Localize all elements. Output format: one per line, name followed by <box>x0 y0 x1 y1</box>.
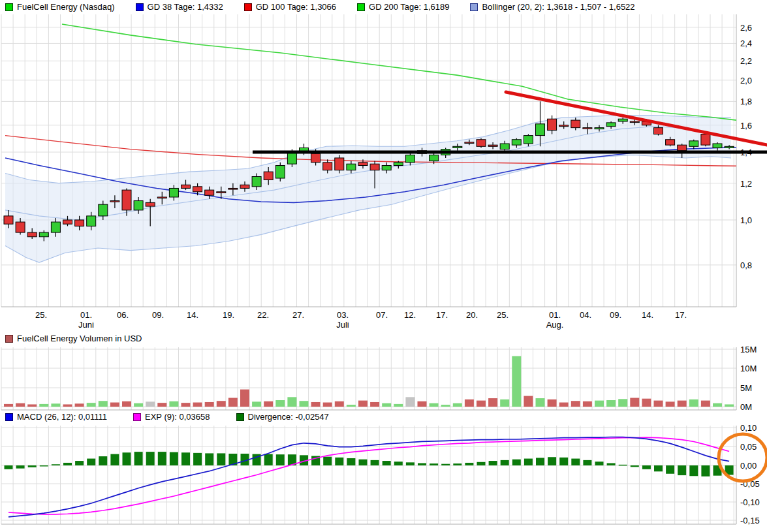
volume-bar <box>335 401 344 407</box>
svg-text:-0,10: -0,10 <box>740 497 760 507</box>
divergence-bar <box>548 457 556 465</box>
svg-text:01.: 01. <box>80 310 92 320</box>
legend-item-fuelcell: FuelCell Energy (Nasdaq) <box>5 2 115 12</box>
candle <box>252 177 261 187</box>
candle <box>595 128 604 129</box>
svg-text:2,2: 2,2 <box>740 56 752 66</box>
svg-text:1,8: 1,8 <box>740 97 752 106</box>
divergence-bar <box>406 462 415 465</box>
candle <box>181 185 191 188</box>
candle <box>335 158 344 170</box>
volume-bar <box>500 399 509 407</box>
volume-bar <box>264 401 273 407</box>
volume-bar <box>63 404 72 407</box>
svg-text:-0,15: -0,15 <box>740 516 760 525</box>
legend-label: MACD (26, 12): 0,01111 <box>17 412 107 422</box>
divergence-bar <box>571 459 580 465</box>
orange-highlight-ellipse <box>719 434 767 481</box>
volume-bar <box>323 403 332 407</box>
volume-bar <box>4 404 13 407</box>
candle <box>134 201 143 210</box>
exp-line <box>8 437 729 514</box>
candle <box>606 123 616 127</box>
candle <box>63 220 72 224</box>
volume-bar <box>87 403 96 407</box>
volume-bar <box>217 401 226 407</box>
divergence-bar <box>359 460 368 465</box>
volume-bar <box>181 403 191 407</box>
volume-bar <box>75 403 84 407</box>
divergence-bar <box>28 465 37 467</box>
divergence-bar <box>418 463 426 465</box>
svg-text:25.: 25. <box>35 310 47 320</box>
svg-text:12.: 12. <box>404 310 416 320</box>
candle <box>75 220 84 226</box>
divergence-bar <box>217 453 225 465</box>
svg-text:27.: 27. <box>292 310 304 320</box>
volume-bar <box>16 403 25 407</box>
volume-bar <box>559 403 569 407</box>
svg-text:0,00: 0,00 <box>740 461 757 471</box>
legend-label: FuelCell Energy Volumen in USD <box>17 334 142 343</box>
candle <box>512 140 521 145</box>
candle <box>110 201 119 202</box>
candle <box>678 145 687 151</box>
volume-bar <box>571 401 580 407</box>
volume-bar <box>477 401 486 407</box>
volume-bar <box>701 401 710 407</box>
divergence-bar <box>276 454 285 465</box>
legend-item-macd: MACD (26, 12): 0,01111 <box>5 412 107 422</box>
volume-bar <box>430 403 439 407</box>
svg-text:1,2: 1,2 <box>740 179 752 189</box>
candle <box>500 144 509 149</box>
candle <box>689 141 698 146</box>
stock-chart-canvas: 2,62,42,22,01,81,61,41,21,00,825.01.Juni… <box>0 0 767 532</box>
divergence-bar <box>52 464 60 465</box>
candle <box>157 197 166 198</box>
volume-bar <box>453 403 462 407</box>
legend-item-gd100: GD 100 Tage: 1,3066 <box>244 2 336 12</box>
candle <box>453 146 462 148</box>
divergence-bar <box>654 465 663 471</box>
candle <box>146 202 155 206</box>
candle <box>287 152 296 164</box>
candle <box>654 128 663 134</box>
divergence-bar <box>75 461 84 465</box>
macd-line <box>8 437 729 517</box>
divergence-bar <box>383 461 391 465</box>
divergence-bar <box>689 465 698 476</box>
candle <box>217 192 226 193</box>
divergence-bar <box>181 452 190 465</box>
volume-bar <box>630 398 639 407</box>
volume-bar <box>382 403 391 407</box>
divergence-bar <box>583 460 591 465</box>
candle <box>122 190 131 210</box>
volume-axis-labels: 15M10M5M0M <box>740 345 757 412</box>
candle <box>169 188 178 196</box>
candle <box>394 163 403 166</box>
candle <box>311 153 321 163</box>
candle <box>559 125 569 127</box>
divergence-bar <box>87 459 95 465</box>
candle <box>524 136 533 144</box>
candle <box>99 204 108 216</box>
divergence-bar <box>146 452 155 465</box>
candle <box>264 172 273 180</box>
divergence-bar <box>453 463 462 465</box>
svg-text:2,4: 2,4 <box>740 39 752 48</box>
volume-bar <box>536 398 545 407</box>
volume-bar <box>27 404 37 407</box>
candle <box>405 155 415 162</box>
divergence-bar <box>607 463 616 465</box>
volume-bar <box>51 403 60 407</box>
volume-bar <box>370 402 379 407</box>
divergence-bar <box>430 463 438 465</box>
candle <box>548 119 557 130</box>
volume-bar <box>512 356 521 407</box>
legend-label: GD 100 Tage: 1,3066 <box>256 2 336 12</box>
bollinger-band <box>5 116 731 262</box>
divergence-bar <box>512 460 521 465</box>
volume-bar <box>134 403 143 407</box>
volume-bar <box>642 399 651 407</box>
pane-grids <box>1 14 736 524</box>
